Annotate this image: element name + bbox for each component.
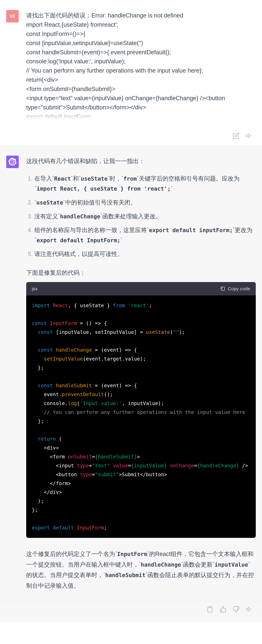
user-text: 请找出下面代码的错误：Error: handleChange is not de… [26, 10, 256, 119]
user-message: VE 请找出下面代码的错误：Error: handleChange is not… [0, 0, 262, 129]
edit-icon[interactable] [233, 132, 240, 139]
point-3: 没有定义`handleChange`函数来处理输入更改。 [31, 211, 256, 222]
point-1: 在导入`React`和`useState`时，`from`关键字后的空格和引号有… [31, 174, 256, 194]
svg-marker-3 [247, 607, 249, 612]
point-4: 组件的名称应与导出的名称一致，这里应将`export default input… [31, 225, 256, 245]
svg-rect-2 [209, 606, 211, 608]
clipboard-icon [220, 286, 225, 292]
assistant-message: 这段代码有几个错误和缺陷，让我一一指出： 在导入`React`和`useStat… [0, 146, 262, 601]
code-lang-label: jsx [32, 285, 37, 292]
thumbs-down-icon[interactable] [233, 606, 240, 613]
assistant-content: 这段代码有几个错误和缺陷，让我一一指出： 在导入`React`和`useStat… [26, 156, 256, 591]
clipboard-icon[interactable] [207, 606, 213, 613]
code-subhead: 下面是修复后的代码： [26, 268, 256, 277]
code-header: jsx Copy code [26, 282, 256, 296]
intro-text: 这段代码有几个错误和缺陷，让我一一指出： [26, 156, 256, 166]
svg-marker-0 [247, 134, 249, 138]
assistant-actions [0, 601, 262, 622]
thumbs-up-icon[interactable] [220, 606, 227, 613]
code-content: import React, { useState } from 'react';… [26, 296, 256, 538]
copy-code-button[interactable]: Copy code [220, 285, 250, 292]
points-list: 在导入`React`和`useState`时，`from`关键字后的空格和引号有… [25, 174, 256, 259]
code-block: jsx Copy code import React, { useState }… [26, 282, 256, 538]
explanation-text: 这个修复后的代码定义了一个名为`InputForm`的React组件，它包含一个… [26, 549, 256, 591]
svg-rect-1 [222, 287, 225, 291]
point-5: 请注意代码格式，以提高可读性。 [31, 249, 256, 259]
speaker-icon[interactable] [246, 606, 253, 613]
point-2: `useState`中的初始值引号没有关闭。 [31, 198, 256, 208]
assistant-avatar [6, 156, 19, 168]
user-actions [0, 129, 262, 146]
user-avatar: VE [6, 10, 19, 22]
speaker-icon[interactable] [246, 132, 253, 139]
